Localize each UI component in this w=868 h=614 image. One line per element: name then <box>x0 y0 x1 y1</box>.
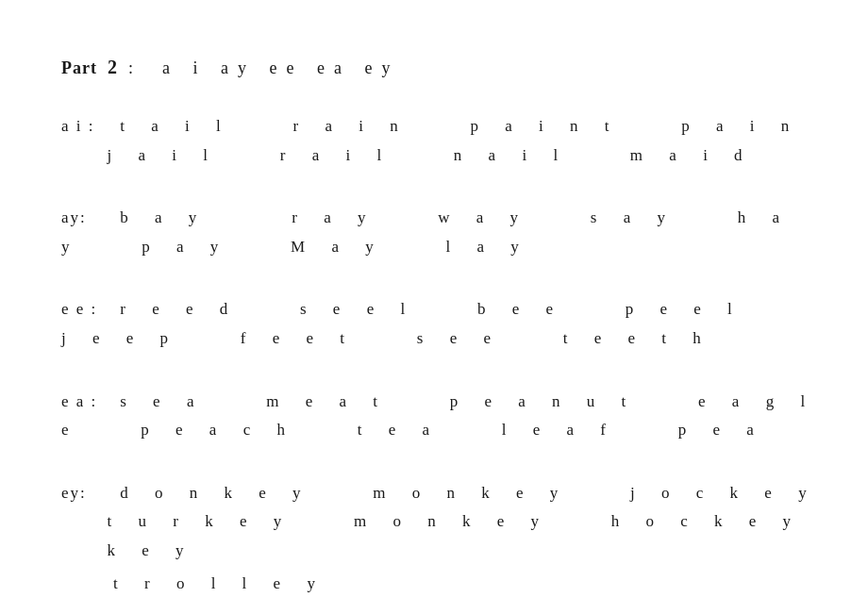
label-ai: a i : <box>61 112 113 141</box>
heading-colon: : <box>128 58 134 77</box>
section-ee-line: e e : r e e d s e e l b e e p e e l j e … <box>61 295 811 353</box>
section-ea-line: e a : s e a m e a t p e a n u t e a g l … <box>61 388 811 445</box>
page-container: Part 2 : a i ay ee ea ey a i : t a i l r… <box>61 57 811 598</box>
words-ey-1: d o n k e y m o n k e y j o c k e y t u … <box>61 484 810 559</box>
part-heading: Part 2 : a i ay ee ea ey <box>61 57 811 78</box>
section-ea: e a : s e a m e a t p e a n u t e a g l … <box>61 388 811 445</box>
part-number: 2 <box>108 57 118 77</box>
label-ey: ey: <box>61 479 113 508</box>
section-ey: ey: d o n k e y m o n k e y j o c k e y … <box>61 479 811 598</box>
words-ay: b a y r a y w a y s a y h a y p a y M a … <box>61 208 783 256</box>
label-ee: e e : <box>61 295 113 324</box>
section-ay-line: ay: b a y r a y w a y s a y h a y p a y … <box>61 204 811 261</box>
section-ey-line2: t r o l l e y <box>113 570 811 599</box>
words-ea: s e a m e a t p e a n u t e a g l e p e … <box>61 392 809 440</box>
section-ay: ay: b a y r a y w a y s a y h a y p a y … <box>61 204 811 261</box>
label-ay: ay: <box>61 204 113 233</box>
section-ai: a i : t a i l r a i n p a i n t p a i n … <box>61 112 811 170</box>
part-label: Part <box>61 58 97 77</box>
section-ee: e e : r e e d s e e l b e e p e e l j e … <box>61 295 811 353</box>
phonics-list: a i ay ee ea ey <box>162 58 399 77</box>
label-ea: e a : <box>61 388 113 417</box>
words-ee: r e e d s e e l b e e p e e l j e e p f … <box>61 300 781 347</box>
words-ey-2: t r o l l e y <box>113 574 319 592</box>
words-ai: t a i l r a i n p a i n t p a i n j a i … <box>61 117 793 164</box>
section-ey-line1: ey: d o n k e y m o n k e y j o c k e y … <box>61 479 811 566</box>
section-ai-line: a i : t a i l r a i n p a i n t p a i n … <box>61 112 811 170</box>
